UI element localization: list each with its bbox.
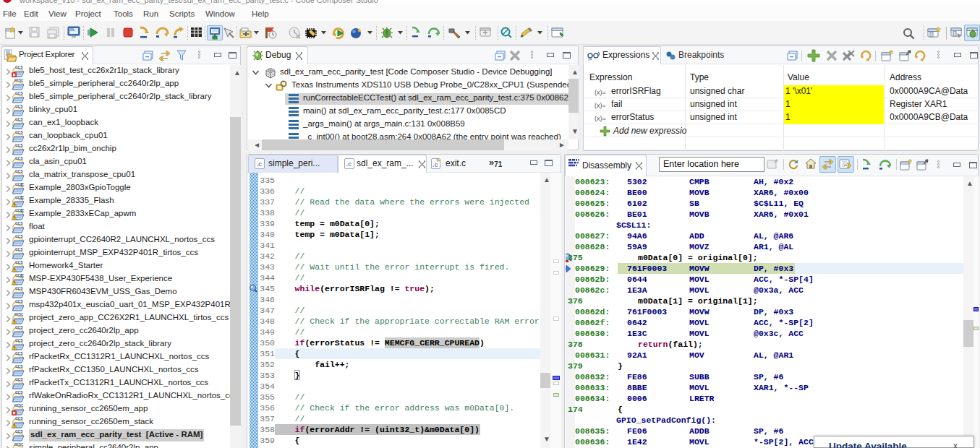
svg-text:C: C xyxy=(20,208,24,213)
svg-text:CCS: CCS xyxy=(15,299,23,303)
svg-text:CCS: CCS xyxy=(15,65,23,69)
svg-text:(x)=: (x)= xyxy=(595,102,606,109)
svg-text:CCS: CCS xyxy=(15,156,23,160)
svg-text:CCS: CCS xyxy=(15,143,23,147)
svg-text:CCS: CCS xyxy=(15,390,23,395)
svg-text:.c: .c xyxy=(257,160,263,168)
svg-text:.c: .c xyxy=(433,161,438,168)
svg-text:CCS: CCS xyxy=(15,117,23,121)
svg-text:RTSC: RTSC xyxy=(14,404,24,408)
svg-text:C: C xyxy=(20,273,24,278)
svg-text:CCS: CCS xyxy=(15,234,23,238)
svg-text:C: C xyxy=(20,182,24,187)
svg-text:CCS: CCS xyxy=(15,221,23,225)
svg-text:x=: x= xyxy=(588,57,592,61)
svg-text:RTSC: RTSC xyxy=(14,313,24,316)
svg-text:RTSC: RTSC xyxy=(14,79,24,82)
svg-text:.c: .c xyxy=(346,160,352,168)
svg-text:CCS: CCS xyxy=(15,247,23,251)
svg-text:CCS: CCS xyxy=(15,286,23,290)
svg-text:CCS: CCS xyxy=(15,169,23,173)
svg-text:CCS: CCS xyxy=(15,338,23,343)
svg-text:CCS: CCS xyxy=(15,377,23,382)
svg-text:(x)=: (x)= xyxy=(595,115,606,122)
svg-text:C: C xyxy=(20,195,24,200)
svg-text:CCS: CCS xyxy=(15,364,23,369)
svg-text:CCS: CCS xyxy=(15,130,23,134)
svg-text:CCS: CCS xyxy=(15,91,23,95)
svg-text:(x)=: (x)= xyxy=(595,89,606,96)
svg-text:CCS: CCS xyxy=(15,351,23,356)
svg-text:CCS: CCS xyxy=(15,104,23,108)
svg-text:CCS: CCS xyxy=(15,260,23,264)
svg-text:RTSC: RTSC xyxy=(14,443,24,447)
svg-text:CCS: CCS xyxy=(15,325,23,329)
svg-text:CCS: CCS xyxy=(15,416,23,421)
svg-text:CCS: CCS xyxy=(15,429,23,434)
